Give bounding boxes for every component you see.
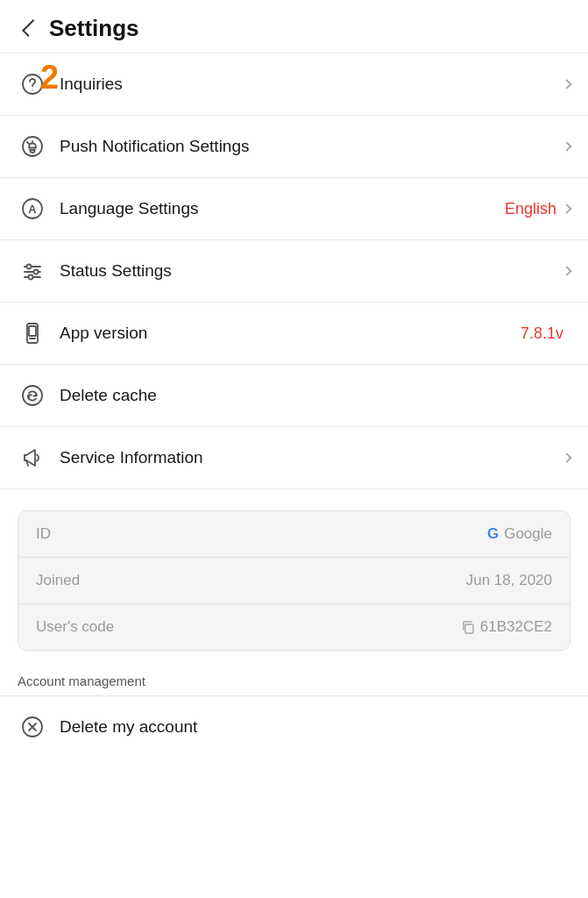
delete-circle-icon: [18, 712, 47, 742]
delete-account-label: Delete my account: [60, 717, 197, 737]
language-chevron-icon: [562, 203, 571, 213]
bell-circle-icon: [18, 132, 47, 161]
svg-rect-14: [29, 326, 36, 336]
menu-item-push-notifications[interactable]: Push Notification Settings: [0, 116, 588, 178]
status-chevron-icon: [562, 266, 571, 275]
svg-text:A: A: [28, 203, 37, 216]
push-notifications-chevron-icon: [562, 141, 571, 151]
joined-label: Joined: [36, 572, 80, 589]
refresh-circle-icon: [18, 381, 47, 410]
account-management-section: Account management Delete my account: [0, 659, 588, 758]
a-circle-icon: A: [18, 194, 47, 224]
phone-icon: [18, 318, 47, 348]
inquiries-chevron-icon: [562, 79, 571, 89]
user-code-text: 61B32CE2: [480, 618, 552, 636]
page-title: Settings: [49, 15, 139, 42]
menu-item-app-version[interactable]: App version 7.8.1v: [0, 303, 588, 365]
info-row-joined: Joined Jun 18, 2020: [18, 557, 570, 603]
svg-rect-16: [465, 624, 473, 633]
svg-line-3: [27, 142, 29, 144]
menu-item-language[interactable]: A Language Settings English: [0, 178, 588, 240]
info-row-user-code[interactable]: User's code 61B32CE2: [18, 603, 570, 650]
menu-item-delete-cache[interactable]: Delete cache: [0, 365, 588, 427]
header: Settings: [0, 0, 588, 53]
menu-item-status[interactable]: Status Settings: [0, 240, 588, 303]
push-notifications-label: Push Notification Settings: [60, 137, 563, 156]
back-chevron-icon: [22, 19, 39, 37]
menu-item-service-info[interactable]: Service Information: [0, 427, 588, 489]
megaphone-icon: [18, 443, 47, 473]
svg-point-15: [23, 386, 42, 405]
language-label: Language Settings: [60, 199, 505, 218]
svg-point-10: [34, 270, 39, 274]
user-code-label: User's code: [36, 618, 114, 636]
service-info-label: Service Information: [60, 448, 563, 467]
sliders-icon: [18, 256, 47, 286]
status-label: Status Settings: [60, 261, 563, 281]
account-management-label: Account management: [0, 659, 588, 695]
joined-value: Jun 18, 2020: [466, 572, 552, 589]
back-button[interactable]: [14, 14, 42, 42]
delete-cache-label: Delete cache: [60, 386, 570, 405]
app-version-label: App version: [60, 324, 521, 343]
question-circle-icon: [18, 69, 47, 99]
inquiries-label: Inquiries: [60, 75, 563, 94]
id-value: G Google: [487, 525, 552, 543]
copy-icon: [461, 620, 475, 634]
svg-point-11: [29, 275, 33, 280]
menu-item-inquiries[interactable]: Inquiries 2: [0, 53, 588, 116]
delete-account-item[interactable]: Delete my account: [0, 695, 588, 758]
svg-point-9: [27, 265, 32, 269]
info-card: ID G Google Joined Jun 18, 2020 User's c…: [18, 510, 570, 651]
id-label: ID: [36, 525, 51, 543]
svg-point-1: [32, 89, 33, 91]
menu-list: Inquiries 2 Push Notification Settings A…: [0, 53, 588, 489]
language-value: English: [505, 200, 556, 218]
service-info-chevron-icon: [562, 453, 571, 462]
app-version-value: 7.8.1v: [521, 324, 563, 343]
info-row-id: ID G Google: [18, 511, 570, 557]
google-g-icon: G: [487, 525, 499, 543]
google-label: Google: [504, 525, 552, 543]
user-code-value: 61B32CE2: [461, 618, 552, 636]
